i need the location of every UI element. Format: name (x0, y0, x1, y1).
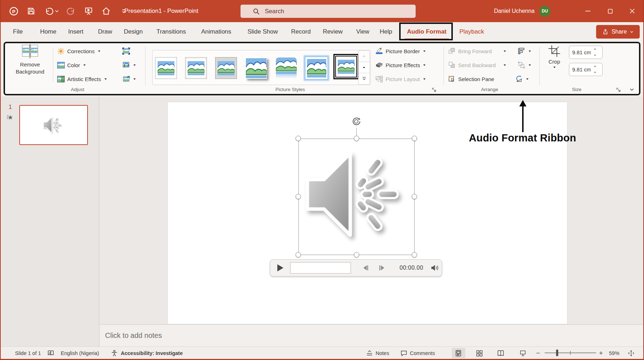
picture-style-thumb[interactable] (215, 57, 237, 79)
audio-timeline-scrubber[interactable] (290, 262, 351, 274)
audio-speaker-image[interactable] (303, 141, 416, 248)
status-bar: Slide 1 of 1 English (Nigeria) Accessibi… (1, 346, 643, 359)
zoom-slider-thumb[interactable] (556, 350, 558, 356)
avatar[interactable]: DU (539, 6, 550, 17)
picture-border-button[interactable]: Picture Border (375, 45, 426, 57)
powerpoint-logo-icon[interactable]: P (9, 6, 19, 16)
tab-home[interactable]: Home (40, 22, 56, 41)
redo-icon[interactable] (66, 6, 76, 16)
picture-style-thumb[interactable] (245, 57, 267, 79)
height-spin-up[interactable] (591, 46, 599, 52)
notes-pane[interactable]: Click to add notes (100, 324, 644, 346)
tab-design[interactable]: Design (124, 22, 143, 41)
gallery-more-button[interactable] (358, 73, 370, 85)
comments-button[interactable]: Comments (400, 347, 435, 359)
crop-label: Crop (549, 58, 560, 65)
resize-handle-top-left[interactable] (296, 136, 301, 141)
accessibility-status[interactable]: Accessibility: Investigate (121, 347, 183, 359)
tab-draw[interactable]: Draw (98, 22, 112, 41)
resize-handle-top-right[interactable] (412, 136, 417, 141)
picture-styles-dialog-launcher[interactable] (432, 88, 437, 93)
undo-icon[interactable] (44, 6, 59, 16)
picture-effects-button[interactable]: Picture Effects (375, 59, 426, 71)
move-forward-button[interactable] (374, 265, 390, 271)
language-indicator[interactable]: English (Nigeria) (61, 347, 99, 359)
spell-check-icon[interactable] (47, 347, 54, 359)
close-button[interactable] (621, 0, 643, 22)
picture-style-thumb[interactable] (155, 57, 177, 79)
picture-style-thumb[interactable] (306, 57, 327, 79)
tab-file[interactable]: File (13, 22, 23, 41)
width-spin-up[interactable] (591, 63, 599, 70)
width-spin-down[interactable] (591, 69, 599, 76)
picture-style-thumb[interactable] (337, 57, 356, 76)
reset-picture-button[interactable] (122, 73, 137, 85)
color-button[interactable]: Color (57, 59, 86, 71)
start-slideshow-icon[interactable] (84, 6, 94, 16)
picture-effects-icon (375, 61, 383, 69)
chevron-down-icon (528, 49, 532, 53)
compress-pictures-button[interactable] (122, 45, 130, 57)
picture-style-thumb[interactable] (275, 57, 297, 79)
animation-indicator-star-icon[interactable] (6, 113, 14, 121)
slide-1-thumbnail[interactable] (19, 105, 88, 145)
slide-indicator[interactable]: Slide 1 of 1 (15, 347, 41, 359)
resize-handle-bottom-center[interactable] (354, 252, 359, 258)
tab-transitions[interactable]: Transitions (157, 22, 186, 41)
slide-sorter-view-button[interactable] (472, 348, 486, 358)
maximize-button[interactable] (599, 0, 621, 22)
remove-background-button[interactable]: Remove Background (10, 44, 50, 75)
play-button[interactable] (270, 264, 290, 272)
tab-record[interactable]: Record (291, 22, 311, 41)
tab-review[interactable]: Review (323, 22, 343, 41)
collapse-ribbon-button[interactable] (627, 85, 637, 94)
size-dialog-launcher[interactable] (616, 88, 622, 93)
height-spin-down[interactable] (591, 52, 599, 59)
zoom-in-button[interactable]: + (599, 347, 603, 359)
home-icon[interactable] (101, 6, 111, 16)
resize-handle-middle-left[interactable] (296, 194, 301, 199)
resize-handle-middle-right[interactable] (412, 194, 417, 199)
resize-handle-top-center[interactable] (354, 136, 359, 141)
artistic-effects-button[interactable]: Artistic Effects (57, 73, 108, 85)
height-input[interactable] (569, 49, 591, 56)
tab-insert[interactable]: Insert (68, 22, 84, 41)
send-backward-button[interactable]: Send Backward (448, 59, 532, 71)
zoom-level[interactable]: 59% (609, 347, 619, 359)
tab-help[interactable]: Help (380, 22, 392, 41)
picture-style-thumb[interactable] (185, 57, 207, 79)
resize-handle-bottom-left[interactable] (296, 252, 301, 258)
bring-forward-button[interactable]: Bring Forward (448, 45, 532, 57)
zoom-out-button[interactable]: − (536, 347, 540, 359)
share-button[interactable]: Share (596, 25, 640, 39)
rotation-handle-icon[interactable] (351, 116, 362, 127)
resize-handle-bottom-right[interactable] (412, 252, 417, 258)
slide-show-view-button[interactable] (516, 348, 530, 358)
normal-view-button[interactable] (452, 348, 465, 358)
move-back-button[interactable] (357, 265, 374, 271)
minimize-button[interactable] (577, 0, 599, 22)
picture-layout-button[interactable]: Picture Layout (375, 73, 426, 85)
width-input[interactable] (569, 66, 591, 73)
fit-slide-to-window-button[interactable] (628, 347, 635, 359)
selection-pane-button[interactable]: Selection Pane (448, 73, 529, 85)
search-input[interactable] (264, 8, 382, 15)
annotation-label: Audio Format Ribbon (462, 132, 583, 144)
gallery-scroll-down-button[interactable] (358, 62, 370, 74)
gallery-scroll-up-button[interactable] (358, 50, 370, 62)
save-icon[interactable] (26, 6, 36, 16)
tab-slide-show[interactable]: Slide Show (247, 22, 278, 41)
crop-button[interactable]: Crop (543, 45, 565, 69)
powerpoint-window: P Presentation1 - PowerPoint (0, 0, 644, 360)
accessibility-icon[interactable] (111, 347, 118, 359)
change-picture-button[interactable] (122, 59, 137, 71)
slide-thumbnail-number: 1 (9, 104, 12, 111)
corrections-button[interactable]: Corrections (57, 45, 101, 57)
reading-view-button[interactable] (494, 348, 507, 358)
notes-toggle-button[interactable]: Notes (366, 347, 389, 359)
tab-animations[interactable]: Animations (201, 22, 231, 41)
search-bar[interactable] (241, 5, 416, 18)
tab-view[interactable]: View (356, 22, 370, 41)
tab-playback[interactable]: Playback (460, 22, 484, 41)
mute-volume-icon[interactable] (431, 264, 440, 271)
